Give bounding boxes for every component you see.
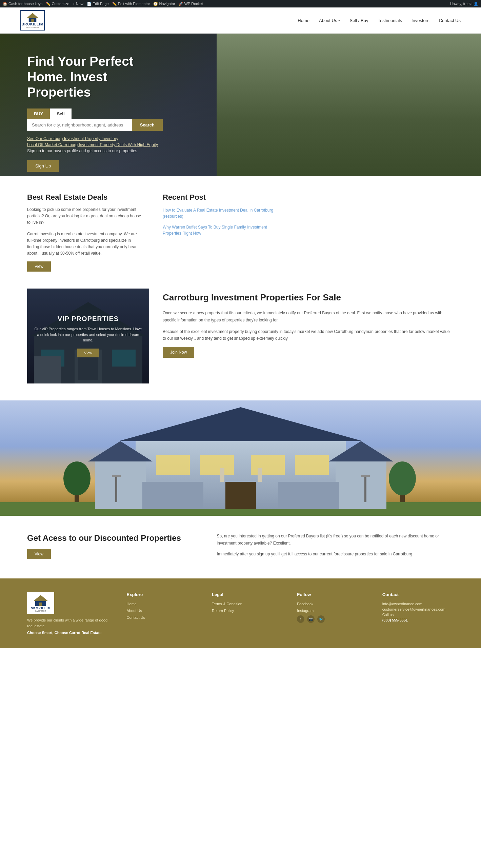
svg-rect-36 [295,455,329,475]
nav-about[interactable]: About Us [319,18,340,23]
nav-sell-buy[interactable]: Sell / Buy [349,18,368,23]
footer-about-link[interactable]: About Us [127,609,198,613]
admin-bar: 🏠 Cash for house keys ✏️ Customize + New… [0,0,481,7]
svg-rect-2 [31,19,34,22]
svg-rect-34 [200,455,234,475]
svg-rect-11 [340,144,358,176]
admin-wp-rocket[interactable]: 🚀 WP Rocket [179,2,203,6]
logo-brand-text: BROKILLIM [22,22,44,26]
svg-marker-6 [230,39,468,92]
recent-post-link1[interactable]: How to Evaluate A Real Estate Investment… [163,207,278,219]
vip-para1: Once we secure a new property that fits … [163,310,454,323]
twitter-icon[interactable]: 🐦 [317,615,325,623]
admin-elementor[interactable]: ✏️ Edit with Elementor [112,2,150,6]
svg-rect-8 [256,138,318,176]
footer-terms-link[interactable]: Terms & Condition [212,602,283,606]
svg-rect-3 [217,34,481,176]
best-deals-col: Best Real Estate Deals Looking to pick u… [27,193,142,272]
best-deals-view-button[interactable]: View [27,261,51,272]
discount-para2: Immediately after you sign up you'll get… [217,551,454,557]
nav-contact[interactable]: Contact Us [439,18,461,23]
footer-home-link[interactable]: Home [127,602,198,606]
search-bar: Search [27,119,163,131]
footer-return-link[interactable]: Return Policy [212,609,283,613]
svg-rect-49 [39,603,42,606]
discount-left: Get Acess to our Discounted Properties V… [27,533,197,561]
logo-sub-text: INVESTMENT [26,26,39,28]
logo-house-icon [26,12,39,22]
footer-legal-col: Legal Terms & Condition Return Policy [212,592,283,615]
admin-edit-page[interactable]: 📄 Edit Page [87,2,109,6]
svg-marker-0 [27,13,38,18]
recent-post-title: Recent Post [163,193,278,202]
hero-title: Find Your Perfect Home. Invest Propertie… [27,54,163,100]
main-content: Best Real Estate Deals Looking to pick u… [0,176,481,400]
nav-testimonials[interactable]: Testimonials [378,18,402,23]
footer-logo-icon [33,594,49,607]
svg-marker-47 [33,595,48,601]
discount-view-button[interactable]: View [27,549,51,559]
vip-overlay: VIP PROPERTIES Our VIP Properties ranges… [27,289,149,383]
hero-links: See Our Carrotburg Investment Property I… [27,136,163,153]
best-deals-para1: Looking to pick up some more properties … [27,206,142,226]
svg-rect-37 [220,468,224,482]
vip-label: VIP PROPERTIES [58,315,119,323]
footer-logo-col: BROKILLIM INVESTMENT We provide our clie… [27,592,113,635]
admin-bar-left: 🏠 Cash for house keys ✏️ Customize + New… [3,2,203,6]
footer-instagram-link[interactable]: Instagram [297,609,368,613]
footer-email2: customerservice@ownerfinances.com [382,607,454,611]
signup-button[interactable]: Sign Up [27,160,59,172]
hero-text3: Sign up to our buyers profile and get ac… [27,149,163,153]
facebook-icon[interactable]: f [297,615,304,623]
tab-buy-button[interactable]: BUY [27,108,50,119]
admin-new[interactable]: + New [73,2,83,6]
svg-rect-9 [331,109,366,136]
svg-rect-31 [278,482,339,509]
recent-post-link2[interactable]: Why Warren Buffet Says To Buy Single Fam… [163,224,278,236]
admin-navigator[interactable]: 🧭 Navigator [153,2,175,6]
footer-brand: BROKILLIM [31,607,51,610]
hero-section: Find Your Perfect Home. Invest Propertie… [0,34,481,176]
svg-rect-12 [437,136,441,171]
instagram-icon[interactable]: 📷 [307,615,315,623]
admin-customize[interactable]: ✏️ Customize [46,2,69,6]
svg-rect-30 [142,482,203,509]
hero-house-photo [217,34,481,176]
site-header: BROKILLIM INVESTMENT Home About Us Sell … [0,7,481,34]
nav-home[interactable]: Home [298,18,309,23]
svg-rect-35 [251,455,285,475]
svg-rect-46 [361,475,370,477]
admin-cash-keys[interactable]: 🏠 Cash for house keys [3,2,42,6]
logo[interactable]: BROKILLIM INVESTMENT [20,10,45,31]
vip-image-block: VIP PROPERTIES Our VIP Properties ranges… [27,289,149,383]
svg-rect-4 [217,171,481,176]
footer-logo-box: BROKILLIM INVESTMENT [27,592,54,614]
admin-greeting: Howdy, freela 👤 [450,2,479,6]
footer-brand-sub: INVESTMENT [35,610,46,612]
footer-facebook-link[interactable]: Facebook [297,602,368,606]
footer-slogan: Choose Smart, Choose Carrot Real Estate [27,631,113,635]
vip-view-button[interactable]: View [77,349,99,357]
discount-section: Get Acess to our Discounted Properties V… [0,516,481,578]
tab-sell-button[interactable]: Sell [50,108,71,119]
search-button[interactable]: Search [132,119,163,131]
footer-follow-title: Follow [297,592,368,597]
footer-social-icons: f 📷 🐦 [297,615,368,623]
svg-rect-10 [388,109,424,136]
house-banner [0,400,481,516]
recent-post-col: Recent Post How to Evaluate A Real Estat… [163,193,278,272]
footer-call-label: Call us [382,613,454,617]
nav-investors[interactable]: Investors [412,18,429,23]
svg-rect-44 [112,475,121,477]
footer-legal-title: Legal [212,592,283,597]
hero-link1[interactable]: See Our Carrotburg Investment Property I… [27,136,163,141]
hero-link2[interactable]: Local Off-Market Carrotburg Investment P… [27,142,163,147]
svg-rect-26 [95,461,146,509]
hero-content: Find Your Perfect Home. Invest Propertie… [0,34,190,176]
join-now-button[interactable]: Join Now [163,347,194,358]
footer-contact-link[interactable]: Contact Us [127,615,198,619]
footer-tagline: We provide our clients with a wide range… [27,617,113,629]
search-input[interactable] [27,119,132,131]
footer-email1: info@ownerfinance.com [382,602,454,606]
footer-contact-title: Contact [382,592,454,597]
